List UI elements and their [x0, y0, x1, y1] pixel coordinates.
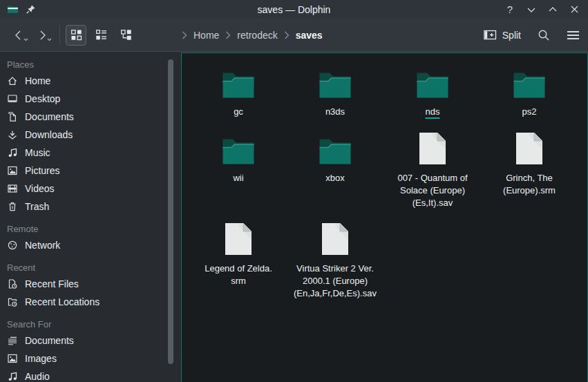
item-label: gc — [234, 106, 243, 118]
item-label: xbox — [325, 172, 344, 184]
forward-button[interactable] — [32, 25, 53, 46]
sidebar-item-search-images[interactable]: Images — [0, 350, 178, 367]
sidebar-scrollbar[interactable] — [168, 59, 173, 364]
folder-nds[interactable]: nds — [384, 66, 481, 118]
sidebar-item-desktop[interactable]: Desktop — [0, 90, 178, 108]
sidebar-item-search-documents[interactable]: Documents — [0, 332, 178, 350]
film-icon — [7, 183, 18, 194]
window-title: saves — Dolphin — [0, 4, 588, 15]
sidebar-item-music[interactable]: Music — [0, 144, 178, 162]
folder-icon — [222, 132, 255, 165]
sidebar-item-pictures[interactable]: Pictures — [0, 162, 178, 180]
search-icon[interactable] — [538, 29, 550, 41]
music-note-icon — [7, 371, 18, 382]
sidebar-item-label: Desktop — [25, 93, 60, 104]
forward-dropdown-icon[interactable] — [47, 32, 52, 44]
file-grinch-the-europe[interactable]: Grinch, The (Europe).srm — [481, 132, 578, 197]
document-clock-icon — [7, 278, 18, 289]
sidebar-item-label: Documents — [25, 335, 74, 346]
folder-clock-icon — [7, 296, 18, 307]
sidebar-item-label: Recent Files — [25, 278, 79, 289]
sidebar-item-label: Videos — [25, 183, 55, 194]
back-dropdown-icon[interactable] — [23, 32, 28, 44]
close-button[interactable] — [567, 3, 581, 17]
split-button-label: Split — [502, 30, 521, 41]
folder-icon — [513, 66, 546, 99]
folder-n3ds[interactable]: n3ds — [287, 66, 383, 118]
window-folder-icon — [7, 3, 19, 15]
document-icon — [7, 111, 18, 122]
trash-icon — [7, 201, 18, 212]
item-label: nds — [426, 106, 440, 118]
sidebar-item-network[interactable]: Network — [0, 236, 178, 254]
breadcrumb-home[interactable]: Home — [193, 30, 219, 41]
sidebar-item-label: Audio — [25, 371, 50, 382]
file-virtua-striker-2[interactable]: Virtua Striker 2 Ver. 2000.1 (Europe) (E… — [287, 222, 383, 300]
compact-view-button[interactable] — [91, 25, 111, 46]
sidebar-item-search-audio[interactable]: Audio — [0, 367, 178, 382]
item-label: Grinch, The (Europe).srm — [503, 172, 556, 197]
section-title-recent: Recent — [0, 260, 178, 275]
breadcrumb: Home retrodeck saves — [182, 19, 323, 51]
file-007-quantum-of-solace[interactable]: 007 - Quantum of Solace (Europe) (Es,It)… — [384, 132, 481, 209]
places-panel: Places Home Desktop Documents — [0, 52, 178, 382]
folder-icon — [319, 66, 352, 99]
pin-icon[interactable] — [26, 4, 36, 15]
sidebar-item-recent-files[interactable]: Recent Files — [0, 275, 178, 293]
file-icon — [225, 222, 252, 256]
split-view-icon — [484, 29, 497, 41]
item-label: n3ds — [325, 106, 345, 118]
item-label: 007 - Quantum of Solace (Europe) (Es,It)… — [397, 172, 467, 209]
dolphin-window: saves — Dolphin ? — [0, 0, 588, 382]
sidebar-item-label: Pictures — [25, 165, 60, 176]
minimize-button[interactable] — [524, 3, 538, 17]
network-globe-icon — [7, 240, 18, 251]
details-view-button[interactable] — [115, 25, 136, 46]
sidebar-item-label: Music — [25, 147, 50, 158]
breadcrumb-retrodeck[interactable]: retrodeck — [237, 30, 277, 41]
back-button[interactable] — [8, 25, 29, 46]
sidebar-item-label: Downloads — [25, 129, 73, 140]
file-legend-of-zelda[interactable]: Legend of Zelda. srm — [190, 222, 287, 287]
folder-ps2[interactable]: ps2 — [481, 66, 578, 118]
sidebar-item-trash[interactable]: Trash — [0, 198, 178, 216]
folder-icon — [222, 66, 255, 99]
sidebar-item-documents[interactable]: Documents — [0, 108, 178, 126]
section-title-search-for: Search For — [0, 316, 178, 332]
download-icon — [7, 129, 18, 140]
file-icon — [321, 222, 349, 256]
icons-view-button[interactable] — [66, 25, 86, 46]
split-button[interactable]: Split — [484, 29, 521, 41]
sidebar-item-home[interactable]: Home — [0, 72, 178, 90]
sidebar-item-recent-locations[interactable]: Recent Locations — [0, 293, 178, 311]
item-label: ps2 — [522, 106, 537, 118]
folder-xbox[interactable]: xbox — [287, 132, 383, 184]
sidebar-item-videos[interactable]: Videos — [0, 180, 178, 198]
image-icon — [7, 353, 18, 364]
help-button[interactable]: ? — [503, 3, 517, 17]
section-title-remote: Remote — [0, 221, 178, 236]
music-note-icon — [7, 147, 18, 158]
maximize-button[interactable] — [546, 3, 560, 17]
file-icon — [515, 132, 543, 165]
hamburger-menu-icon[interactable] — [567, 30, 580, 40]
text-lines-icon — [7, 335, 18, 346]
titlebar: saves — Dolphin ? — [0, 0, 588, 19]
toolbar-separator — [59, 26, 60, 45]
breadcrumb-saves[interactable]: saves — [296, 30, 323, 41]
folder-view[interactable]: gc n3ds nds ps2 wii — [181, 52, 588, 382]
sidebar-item-label: Trash — [25, 201, 49, 212]
sidebar-item-downloads[interactable]: Downloads — [0, 126, 178, 144]
item-label: Legend of Zelda. srm — [205, 262, 272, 287]
breadcrumb-chevron-icon — [225, 31, 231, 39]
breadcrumb-chevron-icon — [284, 31, 290, 39]
folder-gc[interactable]: gc — [190, 66, 287, 118]
sidebar-item-label: Home — [25, 75, 50, 86]
folder-icon — [416, 66, 449, 99]
desktop-icon — [7, 93, 18, 104]
folder-icon — [319, 132, 352, 165]
folder-wii[interactable]: wii — [190, 132, 287, 184]
item-label: Virtua Striker 2 Ver. 2000.1 (Europe) (E… — [294, 262, 377, 300]
file-icon — [419, 132, 446, 165]
section-title-places: Places — [0, 57, 178, 72]
